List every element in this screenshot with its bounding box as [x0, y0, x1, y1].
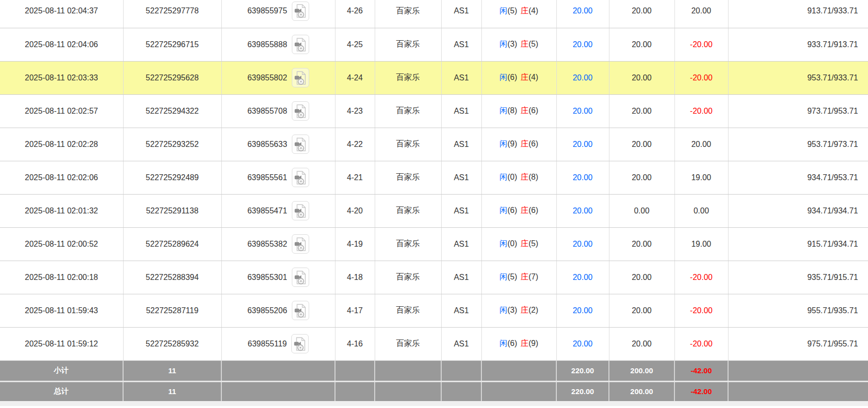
video-replay-button[interactable]: [291, 334, 309, 353]
banker-result-value: (9): [529, 339, 538, 347]
video-replay-button[interactable]: [292, 101, 309, 121]
balance-cell: 953.71/973.71: [728, 128, 868, 161]
balance-cell: 935.71/915.71: [728, 261, 868, 294]
video-file-icon: [294, 271, 306, 284]
valid-amount-cell: 20.00: [609, 0, 674, 28]
balance-cell: 953.71/933.71: [728, 61, 868, 94]
round-id-group: 639855382: [222, 234, 335, 254]
empty-cell: [441, 360, 481, 381]
banker-result-value: (6): [529, 206, 538, 214]
table-row[interactable]: 2025-08-11 02:03:33 522725295628 6398558…: [0, 61, 868, 94]
table-row[interactable]: 2025-08-11 02:00:52 522725289624 6398553…: [0, 227, 868, 261]
round-id-group: 639855119: [222, 334, 335, 353]
balance-cell: 955.71/935.71: [728, 294, 868, 327]
bet-amount-cell: 20.00: [556, 128, 609, 161]
video-replay-button[interactable]: [292, 268, 309, 287]
bet-id-cell: 522725295628: [123, 61, 221, 94]
empty-cell: [335, 381, 375, 401]
table-name-cell: AS1: [441, 0, 481, 28]
player-result-label: 闲: [499, 239, 507, 248]
banker-result-label: 庄: [521, 6, 529, 15]
table-row[interactable]: 2025-08-11 02:01:32 522725291138 6398554…: [0, 194, 868, 227]
round-id-group: 639855708: [222, 101, 335, 121]
time-cell: 2025-08-11 02:01:32: [0, 194, 123, 227]
valid-amount-cell: 20.00: [609, 161, 674, 194]
time-cell: 2025-08-11 02:02:06: [0, 161, 123, 194]
table-row[interactable]: 2025-08-11 01:59:43 522725287119 6398552…: [0, 294, 868, 327]
game-name-cell: 百家乐: [375, 194, 441, 227]
banker-result-label: 庄: [521, 73, 529, 81]
winloss-cell: -20.00: [674, 94, 728, 128]
round-id-group: 639855471: [222, 201, 335, 220]
video-replay-button[interactable]: [292, 35, 309, 54]
subtotal-count-cell: 11: [123, 360, 221, 381]
game-name-cell: 百家乐: [375, 61, 441, 94]
video-replay-button[interactable]: [292, 68, 309, 87]
round-no-cell: 4-20: [335, 194, 375, 227]
table-row[interactable]: 2025-08-11 02:00:18 522725288394 6398553…: [0, 261, 868, 294]
round-no-cell: 4-19: [335, 227, 375, 261]
round-id-group: 639855301: [222, 268, 335, 287]
video-file-icon: [294, 237, 306, 251]
empty-cell: [481, 381, 556, 401]
video-file-icon: [294, 71, 306, 85]
bet-id-cell: 522725293252: [123, 128, 221, 161]
round-id-text: 639855888: [247, 40, 287, 49]
player-result-label: 闲: [499, 272, 507, 281]
banker-result-value: (6): [529, 106, 538, 115]
table-row[interactable]: 2025-08-11 02:04:06 522725296715 6398558…: [0, 28, 868, 61]
valid-amount-cell: 20.00: [609, 94, 674, 128]
result-cell: 闲(3)庄(5): [481, 28, 556, 61]
player-result-label: 闲: [499, 339, 507, 347]
round-id-cell: 639855561: [221, 161, 335, 194]
bet-amount-cell: 20.00: [556, 94, 609, 128]
round-id-group: 639855975: [222, 1, 335, 21]
winloss-cell: 19.00: [674, 161, 728, 194]
round-no-cell: 4-21: [335, 161, 375, 194]
round-id-group: 639855206: [222, 301, 335, 320]
table-row[interactable]: 2025-08-11 01:59:12 522725285932 6398551…: [0, 327, 868, 360]
round-id-cell: 639855633: [221, 128, 335, 161]
video-replay-button[interactable]: [292, 301, 309, 320]
video-replay-button[interactable]: [292, 1, 309, 21]
balance-cell: 975.71/955.71: [728, 327, 868, 360]
banker-result-label: 庄: [521, 173, 529, 181]
banker-result-value: (4): [529, 73, 538, 81]
video-replay-button[interactable]: [292, 234, 309, 254]
subtotal-label-cell: 小计: [0, 360, 123, 381]
table-row[interactable]: 2025-08-11 02:02:28 522725293252 6398556…: [0, 128, 868, 161]
game-name-cell: 百家乐: [375, 28, 441, 61]
balance-cell: 934.71/934.71: [728, 194, 868, 227]
round-id-text: 639855802: [247, 73, 287, 82]
video-file-icon: [294, 337, 306, 351]
result-cell: 闲(0)庄(5): [481, 227, 556, 261]
round-no-cell: 4-26: [335, 0, 375, 28]
total-label-cell: 总计: [0, 381, 123, 401]
subtotal-bet-cell: 220.00: [556, 360, 609, 381]
table-row[interactable]: 2025-08-11 02:04:37 522725297778 6398559…: [0, 0, 868, 28]
empty-cell: [481, 360, 556, 381]
table-row[interactable]: 2025-08-11 02:02:57 522725294322 6398557…: [0, 94, 868, 128]
records-body: 2025-08-11 02:04:37 522725297778 6398559…: [0, 0, 868, 401]
banker-result-value: (4): [529, 6, 538, 15]
total-row: 总计 11 220.00 200.00 -42.00: [0, 381, 868, 401]
video-replay-button[interactable]: [292, 201, 309, 220]
table-name-cell: AS1: [441, 94, 481, 128]
video-replay-button[interactable]: [292, 168, 309, 187]
valid-amount-cell: 20.00: [609, 261, 674, 294]
empty-cell: [375, 381, 441, 401]
banker-result-label: 庄: [521, 239, 529, 248]
valid-amount-cell: 0.00: [609, 194, 674, 227]
valid-amount-cell: 20.00: [609, 128, 674, 161]
round-id-cell: 639855301: [221, 261, 335, 294]
time-cell: 2025-08-11 01:59:43: [0, 294, 123, 327]
bet-amount-cell: 20.00: [556, 61, 609, 94]
balance-cell: 913.71/933.71: [728, 0, 868, 28]
round-no-cell: 4-24: [335, 61, 375, 94]
round-no-cell: 4-16: [335, 327, 375, 360]
round-id-cell: 639855119: [221, 327, 335, 360]
table-row[interactable]: 2025-08-11 02:02:06 522725292489 6398555…: [0, 161, 868, 194]
game-name-cell: 百家乐: [375, 261, 441, 294]
subtotal-winloss-cell: -42.00: [674, 360, 728, 381]
video-replay-button[interactable]: [292, 135, 309, 154]
